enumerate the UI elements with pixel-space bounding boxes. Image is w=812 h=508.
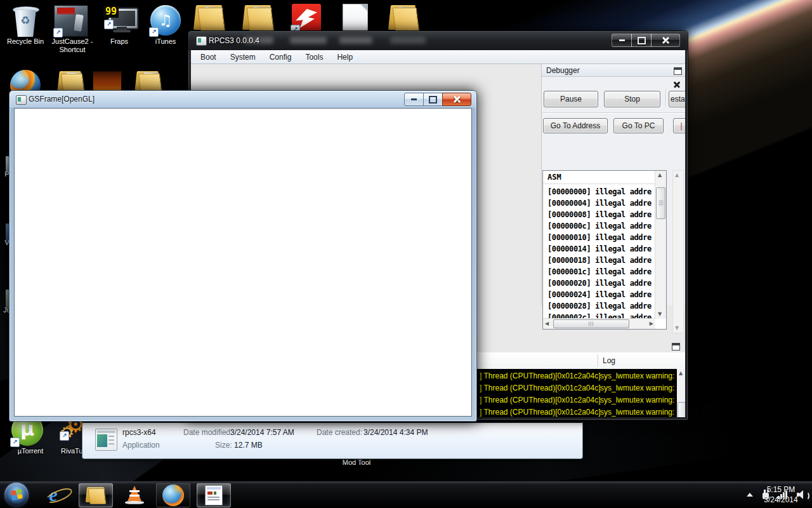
- log-entry-message[interactable]: sys_lwmutex warning:: [600, 394, 674, 406]
- gsframe-window-title: GSFrame[OpenGL]: [29, 91, 95, 108]
- icon-label: iTunes: [143, 37, 188, 46]
- goto-pc-button[interactable]: Go To PC: [613, 118, 664, 133]
- debugger-close-icon[interactable]: [673, 81, 681, 88]
- scroll-right-icon[interactable]: ▶: [650, 321, 653, 326]
- taskbar: e: [0, 481, 812, 508]
- column-divider[interactable]: [598, 354, 598, 367]
- asm-row[interactable]: [00000000] illegal addre: [543, 186, 655, 197]
- size-label: Size:: [215, 441, 232, 450]
- application-window-icon: [205, 485, 223, 505]
- size-value: 12.7 MB: [234, 441, 263, 450]
- log-entry-message[interactable]: sys_lwmutex warning:: [600, 382, 674, 394]
- scrollbar-thumb[interactable]: [656, 187, 665, 219]
- firefox-icon: [162, 485, 184, 506]
- asm-row[interactable]: [00000010] illegal addre: [543, 232, 655, 243]
- scroll-down-icon[interactable]: ▼: [658, 312, 662, 317]
- close-button[interactable]: [651, 34, 680, 47]
- file-name: rpcs3-x64: [122, 428, 156, 437]
- icon-label: µTorrent: [5, 447, 56, 455]
- goto-address-button[interactable]: Go To Address: [543, 118, 608, 133]
- maximize-button[interactable]: [631, 34, 652, 47]
- start-button[interactable]: [4, 483, 29, 507]
- desktop-icon-folder[interactable]: [388, 5, 420, 33]
- taskbar-clock[interactable]: 5:15 PM 3/24/2014: [754, 485, 808, 505]
- gsframe-app-icon: [16, 95, 27, 105]
- toolbar-separator: [665, 90, 666, 107]
- internet-explorer-icon: e: [49, 485, 57, 504]
- restart-button-clipped[interactable]: esta: [669, 91, 685, 107]
- gsframe-render-area: [14, 108, 472, 417]
- desktop: ♻ Recycle Bin ↗ JustCause2 - Shortcut ↗ …: [0, 0, 812, 508]
- scroll-up-icon[interactable]: ▲: [675, 173, 679, 178]
- minimize-button[interactable]: [404, 93, 424, 106]
- desktop-icon-justcause2[interactable]: ↗ JustCause2 - Shortcut: [52, 4, 90, 62]
- log-entry-thread[interactable]: ] Thread (CPUThread)[0x01c2a04c]: [480, 382, 601, 394]
- minimize-button[interactable]: [612, 34, 632, 47]
- rpcs3-caption-buttons: [612, 34, 680, 47]
- desktop-icon-mirrors-edge[interactable]: ↗: [292, 4, 321, 33]
- system-tray: 5:15 PM 3/24/2014: [743, 481, 812, 508]
- float-panel-icon[interactable]: [674, 67, 682, 75]
- log-vertical-scrollbar[interactable]: ▲ ▼: [677, 369, 685, 417]
- maximize-button[interactable]: [423, 93, 443, 106]
- asm-row[interactable]: [00000004] illegal addre: [543, 197, 655, 209]
- menu-config[interactable]: Config: [263, 51, 299, 64]
- asm-row[interactable]: [00000014] illegal addre: [543, 243, 655, 255]
- stop-button[interactable]: Stop: [604, 91, 660, 107]
- asm-horizontal-scrollbar[interactable]: ◀ ▶: [543, 318, 655, 329]
- asm-vertical-scrollbar[interactable]: ▲ ▼: [655, 171, 666, 319]
- asm-row[interactable]: [00000018] illegal addre: [543, 255, 655, 266]
- desktop-icon-recycle-bin[interactable]: ♻ Recycle Bin: [8, 4, 43, 55]
- menu-tools[interactable]: Tools: [298, 51, 330, 64]
- pause-button[interactable]: Pause: [544, 91, 598, 107]
- asm-row[interactable]: [0000001c] illegal addre: [543, 266, 655, 277]
- taskbar-item-firefox[interactable]: [156, 483, 190, 507]
- debugger-scrollbar[interactable]: ▲ ▼: [672, 170, 684, 333]
- log-entry-message[interactable]: sys_lwmutex warning:: [600, 370, 674, 382]
- asm-row[interactable]: [00000024] illegal addre: [543, 289, 655, 300]
- taskbar-item-internet-explorer[interactable]: e: [37, 483, 70, 506]
- scroll-left-icon[interactable]: ◀: [545, 321, 549, 326]
- scroll-up-icon[interactable]: ▲: [658, 173, 662, 178]
- log-entry-thread[interactable]: ] Thread (CPUThread)[0x01c2a04c]: [480, 370, 601, 382]
- date-created-label: Date created:: [317, 428, 362, 437]
- taskbar-item-vlc[interactable]: [118, 483, 151, 506]
- icon-label: Fraps: [96, 37, 142, 46]
- icon-label-mod-tool: Mod Tool: [330, 458, 383, 467]
- taskbar-item-explorer[interactable]: [79, 483, 113, 507]
- desktop-icon-folder[interactable]: [193, 5, 226, 33]
- show-hidden-icons-button[interactable]: [747, 493, 753, 497]
- menu-help[interactable]: Help: [330, 51, 360, 64]
- desktop-icon-itunes[interactable]: ♫ ↗ iTunes: [148, 4, 183, 56]
- asm-column-header: ASM: [543, 171, 655, 184]
- asm-row[interactable]: [00000020] illegal addre: [543, 277, 655, 289]
- asm-row[interactable]: [0000000c] illegal addre: [543, 220, 655, 232]
- blurred-desktop-label: [290, 37, 327, 44]
- asm-row[interactable]: [00000028] illegal addre: [543, 300, 655, 312]
- close-button[interactable]: [442, 93, 471, 106]
- scrollbar-thumb[interactable]: [553, 319, 629, 328]
- menu-system[interactable]: System: [223, 51, 263, 64]
- desktop-icon-folder[interactable]: [242, 5, 275, 33]
- taskbar-item-application[interactable]: [197, 483, 231, 507]
- scroll-down-icon[interactable]: ▼: [675, 326, 679, 331]
- asm-listing: ASM [00000000] illegal addre [00000004] …: [542, 170, 667, 330]
- float-panel-icon[interactable]: [672, 343, 680, 351]
- rpcs3-menubar: Boot System Config Tools Help: [191, 50, 685, 64]
- scrollbar-thumb[interactable]: [678, 402, 685, 417]
- shortcut-arrow-icon: ↗: [53, 28, 63, 37]
- asm-row[interactable]: [00000008] illegal addre: [543, 209, 655, 220]
- log-column-header[interactable]: Log: [603, 352, 615, 369]
- debugger-panel-header[interactable]: Debugger: [542, 64, 685, 77]
- blurred-desktop-label: [339, 37, 372, 44]
- scroll-up-icon[interactable]: ▲: [679, 371, 683, 376]
- desktop-icon-fraps[interactable]: ↗ 99 Fraps: [102, 4, 137, 56]
- menu-boot[interactable]: Boot: [193, 51, 223, 64]
- file-type: Application: [122, 441, 160, 450]
- partial-button-clipped[interactable]: |: [673, 118, 685, 133]
- log-entry-thread[interactable]: ] Thread (CPUThread)[0x01c2a04c]: [480, 406, 601, 417]
- log-entry-thread[interactable]: ] Thread (CPUThread)[0x01c2a04c]: [480, 394, 601, 406]
- log-entry-message[interactable]: sys_lwmutex warning:: [600, 406, 674, 417]
- shortcut-arrow-icon: ↗: [149, 27, 159, 37]
- date-modified-value: 3/24/2014 7:57 AM: [230, 428, 294, 437]
